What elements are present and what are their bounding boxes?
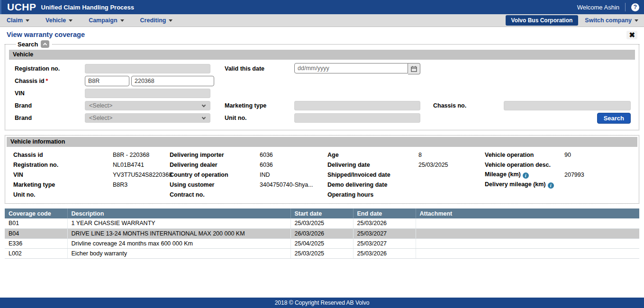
info-label: Vehicle operation desc. [485, 162, 564, 168]
column-header-coverage-code: Coverage code [5, 208, 67, 218]
info-label: Age [327, 152, 418, 158]
column-header-attachment: Attachment [416, 208, 639, 218]
info-value: 25/03/2025 [418, 162, 485, 168]
info-value: 8 [418, 152, 485, 158]
info-label: Using customer [170, 181, 260, 188]
info-label: Delivering date [327, 162, 418, 168]
table-row[interactable]: B01 1 YEAR CHASSIE WARRANTY 25/03/2025 2… [5, 218, 639, 228]
column-header-description: Description [67, 208, 290, 218]
vehicle-info-section-header: Vehicle information [7, 137, 637, 147]
info-label: Marketing type [13, 181, 113, 188]
main-content: View warranty coverage ✖ Search Vehicle … [0, 27, 644, 298]
marketing-type-field [294, 101, 420, 110]
info-value: 90 [564, 152, 637, 158]
info-value: 6036 [260, 152, 327, 158]
info-label: Registration no. [13, 162, 113, 168]
search-form: Registration no. Valid this date Chassis… [8, 63, 636, 124]
registration-no-field [85, 64, 210, 73]
chevron-down-icon [202, 116, 206, 119]
info-icon[interactable]: i [548, 182, 554, 189]
menu-item-campaign[interactable]: Campaign [89, 17, 124, 24]
vin-field [85, 89, 210, 98]
info-label: Contract no. [170, 191, 260, 198]
info-label: Vehicle operation [485, 152, 564, 158]
app-header: UCHP Unified Claim Handling Process Welc… [0, 0, 644, 14]
table-row-selected[interactable]: B04 DRIVE LINE 13-24 MONTHS INTERNATIONA… [5, 228, 639, 238]
valid-date-input[interactable] [294, 63, 408, 73]
vehicle-info-grid: Chassis id B8R - 220368 Delivering impor… [7, 148, 637, 199]
chassis-id-number-input[interactable] [131, 76, 214, 86]
unit-no-field [294, 113, 420, 123]
brand-select: <Select> [85, 113, 210, 123]
switch-company-menu[interactable]: Switch company [585, 17, 638, 24]
chevron-down-icon [120, 19, 124, 22]
company-badge[interactable]: Volvo Bus Corporation [506, 15, 579, 26]
menu-item-claim[interactable]: Claim [7, 17, 29, 24]
chevron-up-icon [43, 43, 47, 46]
menu-item-crediting[interactable]: Crediting [140, 17, 173, 24]
chevron-down-icon [69, 19, 73, 22]
vin-label: VIN [15, 90, 85, 97]
info-label: Delivering dealer [170, 162, 260, 168]
chassis-no-label: Chassis no. [433, 102, 504, 109]
info-label: VIN [13, 172, 113, 178]
chevron-down-icon [169, 19, 172, 22]
required-asterisk: * [46, 78, 48, 84]
info-label: Country of operation [170, 172, 260, 178]
table-row[interactable]: E336 Drivline covreage 24 months max 600… [5, 238, 639, 248]
footer: 2018 © Copyright Reserved AB Volvo [0, 298, 644, 308]
vehicle-section-header: Vehicle [9, 50, 635, 60]
chassis-no-field [504, 101, 631, 110]
info-value: 6036 [260, 162, 327, 168]
info-value: 207993 [564, 172, 637, 178]
info-label: Unit no. [13, 191, 113, 198]
info-value: B8R3 [113, 181, 170, 188]
valid-date-label: Valid this date [225, 65, 294, 72]
delivery-mileage-label: Delivery mileage (km)i [485, 181, 564, 189]
info-label: Delivering importer [170, 152, 260, 158]
chassis-id-prefix-input[interactable] [85, 76, 129, 86]
copyright-text: 2018 © Copyright Reserved AB Volvo [275, 299, 370, 306]
info-value: NL01B4741 [113, 162, 170, 168]
chevron-down-icon [202, 103, 206, 107]
collapse-panel-button[interactable] [41, 40, 49, 48]
page-title: View warranty coverage [7, 31, 85, 38]
welcome-text: Welcome Ashin [577, 4, 619, 11]
brand-select: <Select> [85, 101, 210, 110]
info-value: IND [260, 172, 327, 178]
column-header-end-date: End date [353, 208, 416, 218]
table-row[interactable]: L002 Eicher body warranty 25/03/2025 25/… [5, 248, 639, 258]
chevron-down-icon [26, 19, 29, 22]
header-divider [625, 3, 626, 11]
column-header-start-date: Start date [290, 208, 353, 218]
chevron-down-icon [635, 19, 638, 22]
app-logo: UCHP [7, 1, 36, 13]
coverage-table-header: Coverage code Description Start date End… [5, 208, 639, 218]
chassis-id-label: Chassis id* [15, 78, 85, 84]
info-label: Operating hours [327, 191, 418, 198]
registration-no-label: Registration no. [15, 65, 85, 72]
info-label: Chassis id [13, 152, 113, 158]
help-icon[interactable]: ? [631, 3, 639, 11]
search-button[interactable]: Search [597, 113, 631, 124]
info-icon[interactable]: i [523, 172, 529, 179]
app-title: Unified Claim Handling Process [41, 4, 135, 11]
search-panel: Search Vehicle Registration no. Valid th… [5, 40, 639, 130]
info-value: B8R - 220368 [113, 152, 170, 158]
info-value: YV3T7U524S8220368 [113, 172, 170, 178]
brand-label: Brand [15, 102, 85, 109]
coverage-table: Coverage code Description Start date End… [5, 208, 639, 259]
info-value: 3404750740-Shya... [260, 181, 327, 188]
calendar-icon[interactable] [408, 63, 420, 74]
unit-no-label: Unit no. [225, 115, 294, 121]
info-label: Shipped/Invoiced date [327, 172, 418, 178]
close-icon[interactable]: ✖ [626, 31, 637, 39]
marketing-type-label: Marketing type [225, 102, 294, 109]
menu-item-vehicle[interactable]: Vehicle [45, 17, 73, 24]
vehicle-info-panel: Vehicle information Chassis id B8R - 220… [5, 135, 639, 204]
menu-bar: Claim Vehicle Campaign Crediting Volvo B… [0, 14, 644, 27]
search-legend: Search [16, 40, 52, 48]
mileage-label: Mileage (km)i [485, 171, 564, 179]
info-label: Demo delivering date [327, 181, 418, 188]
brand-label: Brand [15, 115, 85, 121]
